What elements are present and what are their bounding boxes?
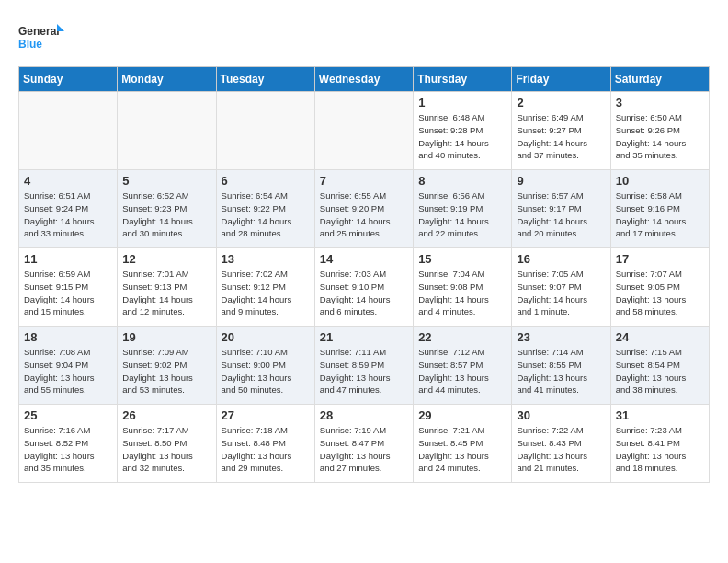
calendar-cell: 13Sunrise: 7:02 AM Sunset: 9:12 PM Dayli… xyxy=(216,248,314,327)
day-number: 23 xyxy=(517,330,605,344)
header-sunday: Sunday xyxy=(19,67,118,92)
header-tuesday: Tuesday xyxy=(216,67,314,92)
calendar-cell xyxy=(314,92,413,170)
calendar-cell: 17Sunrise: 7:07 AM Sunset: 9:05 PM Dayli… xyxy=(610,248,709,327)
week-row-3: 18Sunrise: 7:08 AM Sunset: 9:04 PM Dayli… xyxy=(19,327,710,405)
day-number: 13 xyxy=(222,252,310,266)
week-row-1: 4Sunrise: 6:51 AM Sunset: 9:24 PM Daylig… xyxy=(19,170,710,248)
calendar-cell: 5Sunrise: 6:52 AM Sunset: 9:23 PM Daylig… xyxy=(118,170,216,248)
day-info: Sunrise: 6:52 AM Sunset: 9:23 PM Dayligh… xyxy=(122,190,210,240)
day-number: 27 xyxy=(222,408,310,422)
day-number: 15 xyxy=(418,252,506,266)
calendar-cell: 27Sunrise: 7:18 AM Sunset: 8:48 PM Dayli… xyxy=(216,405,314,483)
calendar-cell xyxy=(216,92,314,170)
day-info: Sunrise: 6:56 AM Sunset: 9:19 PM Dayligh… xyxy=(418,190,506,240)
day-number: 16 xyxy=(517,252,605,266)
day-number: 12 xyxy=(122,252,210,266)
day-number: 2 xyxy=(517,96,605,109)
calendar-cell xyxy=(19,92,118,170)
day-number: 1 xyxy=(418,96,506,109)
calendar-cell: 19Sunrise: 7:09 AM Sunset: 9:02 PM Dayli… xyxy=(118,327,216,405)
header-saturday: Saturday xyxy=(610,67,709,92)
calendar-cell: 4Sunrise: 6:51 AM Sunset: 9:24 PM Daylig… xyxy=(19,170,118,248)
calendar-cell: 18Sunrise: 7:08 AM Sunset: 9:04 PM Dayli… xyxy=(19,327,118,405)
day-number: 6 xyxy=(222,174,310,188)
svg-text:General: General xyxy=(18,25,60,38)
day-info: Sunrise: 7:01 AM Sunset: 9:13 PM Dayligh… xyxy=(122,268,210,318)
day-number: 28 xyxy=(320,408,408,422)
header-monday: Monday xyxy=(118,67,216,92)
day-number: 22 xyxy=(418,330,506,344)
day-number: 30 xyxy=(517,408,605,422)
day-info: Sunrise: 7:07 AM Sunset: 9:05 PM Dayligh… xyxy=(616,268,704,318)
calendar-cell: 15Sunrise: 7:04 AM Sunset: 9:08 PM Dayli… xyxy=(414,248,512,327)
day-number: 17 xyxy=(616,252,704,266)
week-row-4: 25Sunrise: 7:16 AM Sunset: 8:52 PM Dayli… xyxy=(19,405,710,483)
week-row-0: 1Sunrise: 6:48 AM Sunset: 9:28 PM Daylig… xyxy=(19,92,710,170)
day-number: 8 xyxy=(418,174,506,188)
calendar-cell: 14Sunrise: 7:03 AM Sunset: 9:10 PM Dayli… xyxy=(314,248,413,327)
calendar-cell: 8Sunrise: 6:56 AM Sunset: 9:19 PM Daylig… xyxy=(414,170,512,248)
day-number: 31 xyxy=(616,408,704,422)
day-info: Sunrise: 7:21 AM Sunset: 8:45 PM Dayligh… xyxy=(418,424,506,475)
day-number: 14 xyxy=(320,252,408,266)
header-row: SundayMondayTuesdayWednesdayThursdayFrid… xyxy=(19,67,710,92)
day-number: 5 xyxy=(122,174,210,188)
calendar-table: SundayMondayTuesdayWednesdayThursdayFrid… xyxy=(18,66,710,483)
calendar-cell: 16Sunrise: 7:05 AM Sunset: 9:07 PM Dayli… xyxy=(512,248,610,327)
day-number: 24 xyxy=(616,330,704,344)
day-info: Sunrise: 7:22 AM Sunset: 8:43 PM Dayligh… xyxy=(517,424,605,475)
day-number: 10 xyxy=(616,174,704,188)
day-number: 20 xyxy=(222,330,310,344)
svg-text:Blue: Blue xyxy=(18,38,42,51)
calendar-cell: 28Sunrise: 7:19 AM Sunset: 8:47 PM Dayli… xyxy=(314,405,413,483)
day-number: 4 xyxy=(24,174,112,188)
day-info: Sunrise: 7:12 AM Sunset: 8:57 PM Dayligh… xyxy=(418,346,506,396)
calendar-cell: 22Sunrise: 7:12 AM Sunset: 8:57 PM Dayli… xyxy=(414,327,512,405)
day-info: Sunrise: 7:23 AM Sunset: 8:41 PM Dayligh… xyxy=(616,424,704,475)
day-number: 29 xyxy=(418,408,506,422)
day-info: Sunrise: 6:48 AM Sunset: 9:28 PM Dayligh… xyxy=(418,111,506,162)
calendar-cell: 25Sunrise: 7:16 AM Sunset: 8:52 PM Dayli… xyxy=(19,405,118,483)
calendar-cell: 26Sunrise: 7:17 AM Sunset: 8:50 PM Dayli… xyxy=(118,405,216,483)
svg-marker-2 xyxy=(57,24,64,31)
calendar-cell: 1Sunrise: 6:48 AM Sunset: 9:28 PM Daylig… xyxy=(414,92,512,170)
day-number: 19 xyxy=(122,330,210,344)
calendar-cell: 10Sunrise: 6:58 AM Sunset: 9:16 PM Dayli… xyxy=(610,170,709,248)
calendar-cell: 7Sunrise: 6:55 AM Sunset: 9:20 PM Daylig… xyxy=(314,170,413,248)
day-info: Sunrise: 7:18 AM Sunset: 8:48 PM Dayligh… xyxy=(222,424,310,475)
calendar-cell: 6Sunrise: 6:54 AM Sunset: 9:22 PM Daylig… xyxy=(216,170,314,248)
calendar-cell: 11Sunrise: 6:59 AM Sunset: 9:15 PM Dayli… xyxy=(19,248,118,327)
day-number: 18 xyxy=(24,330,112,344)
day-info: Sunrise: 7:03 AM Sunset: 9:10 PM Dayligh… xyxy=(320,268,408,318)
logo-svg: General Blue xyxy=(18,18,64,57)
day-info: Sunrise: 6:58 AM Sunset: 9:16 PM Dayligh… xyxy=(616,190,704,240)
calendar-cell: 30Sunrise: 7:22 AM Sunset: 8:43 PM Dayli… xyxy=(512,405,610,483)
week-row-2: 11Sunrise: 6:59 AM Sunset: 9:15 PM Dayli… xyxy=(19,248,710,327)
calendar-cell: 12Sunrise: 7:01 AM Sunset: 9:13 PM Dayli… xyxy=(118,248,216,327)
day-number: 21 xyxy=(320,330,408,344)
day-number: 9 xyxy=(517,174,605,188)
logo: General Blue xyxy=(18,18,64,57)
day-info: Sunrise: 7:09 AM Sunset: 9:02 PM Dayligh… xyxy=(122,346,210,396)
header-thursday: Thursday xyxy=(414,67,512,92)
day-info: Sunrise: 7:11 AM Sunset: 8:59 PM Dayligh… xyxy=(320,346,408,396)
day-info: Sunrise: 7:10 AM Sunset: 9:00 PM Dayligh… xyxy=(222,346,310,396)
day-info: Sunrise: 7:16 AM Sunset: 8:52 PM Dayligh… xyxy=(24,424,112,475)
day-info: Sunrise: 7:17 AM Sunset: 8:50 PM Dayligh… xyxy=(122,424,210,475)
calendar-cell: 31Sunrise: 7:23 AM Sunset: 8:41 PM Dayli… xyxy=(610,405,709,483)
day-number: 25 xyxy=(24,408,112,422)
day-info: Sunrise: 6:59 AM Sunset: 9:15 PM Dayligh… xyxy=(24,268,112,318)
calendar-cell: 21Sunrise: 7:11 AM Sunset: 8:59 PM Dayli… xyxy=(314,327,413,405)
day-info: Sunrise: 7:08 AM Sunset: 9:04 PM Dayligh… xyxy=(24,346,112,396)
day-info: Sunrise: 6:54 AM Sunset: 9:22 PM Dayligh… xyxy=(222,190,310,240)
day-info: Sunrise: 7:02 AM Sunset: 9:12 PM Dayligh… xyxy=(222,268,310,318)
calendar-cell: 29Sunrise: 7:21 AM Sunset: 8:45 PM Dayli… xyxy=(414,405,512,483)
day-info: Sunrise: 7:04 AM Sunset: 9:08 PM Dayligh… xyxy=(418,268,506,318)
calendar-cell: 23Sunrise: 7:14 AM Sunset: 8:55 PM Dayli… xyxy=(512,327,610,405)
header-wednesday: Wednesday xyxy=(314,67,413,92)
calendar-cell: 2Sunrise: 6:49 AM Sunset: 9:27 PM Daylig… xyxy=(512,92,610,170)
calendar-cell: 9Sunrise: 6:57 AM Sunset: 9:17 PM Daylig… xyxy=(512,170,610,248)
calendar-cell: 24Sunrise: 7:15 AM Sunset: 8:54 PM Dayli… xyxy=(610,327,709,405)
day-info: Sunrise: 6:51 AM Sunset: 9:24 PM Dayligh… xyxy=(24,190,112,240)
